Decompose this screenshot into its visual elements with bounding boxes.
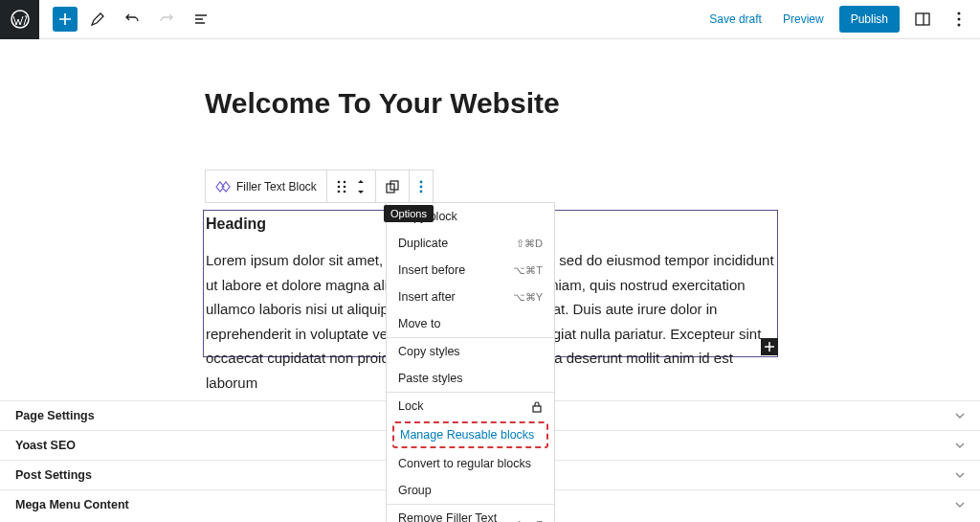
menu-label: Remove Filler Text Block xyxy=(398,511,515,522)
panel-title: Post Settings xyxy=(15,468,92,482)
menu-convert[interactable]: Convert to regular blocks xyxy=(387,450,554,477)
menu-label: Insert after xyxy=(398,290,456,304)
post-title[interactable]: Welcome To Your Website xyxy=(205,87,980,120)
copy-icon xyxy=(386,180,399,193)
svg-point-9 xyxy=(344,185,346,188)
editor-canvas: Welcome To Your Website Filler Text Bloc… xyxy=(0,39,980,120)
svg-point-5 xyxy=(958,24,961,27)
svg-rect-1 xyxy=(916,13,929,25)
svg-point-15 xyxy=(419,185,422,188)
chevron-down-icon xyxy=(955,413,965,419)
drag-handle-icon[interactable] xyxy=(337,180,346,193)
menu-label: Lock xyxy=(398,399,423,413)
block-copy-button[interactable] xyxy=(376,170,410,202)
block-options-button[interactable] xyxy=(410,170,433,202)
menu-duplicate[interactable]: Duplicate⇧⌘D xyxy=(387,230,554,257)
chevron-down-icon xyxy=(955,502,965,508)
menu-copy-styles[interactable]: Copy styles xyxy=(387,338,554,365)
lock-icon xyxy=(531,400,543,413)
menu-lock[interactable]: Lock xyxy=(387,393,554,420)
editor-topbar: Save draft Preview Publish xyxy=(0,0,980,39)
menu-label: Paste styles xyxy=(398,372,462,385)
block-heading[interactable]: Heading xyxy=(206,216,266,233)
svg-point-14 xyxy=(419,180,422,183)
block-options-menu: Copy block Duplicate⇧⌘D Insert before⌥⌘T… xyxy=(386,202,555,522)
svg-point-4 xyxy=(958,18,961,21)
menu-label: Insert before xyxy=(398,263,465,277)
menu-manage-reusable[interactable]: Manage Reusable blocks xyxy=(392,421,548,448)
chevron-down-icon xyxy=(955,472,965,478)
more-vertical-icon xyxy=(419,180,423,193)
chevron-down-icon xyxy=(955,443,965,448)
add-block-button[interactable] xyxy=(53,7,78,32)
svg-point-11 xyxy=(344,190,346,193)
document-outline-icon[interactable] xyxy=(187,5,215,34)
svg-point-8 xyxy=(338,185,341,188)
menu-remove-block[interactable]: Remove Filler Text Block⌃⌥Z xyxy=(387,505,554,522)
menu-shortcut: ⌥⌘T xyxy=(513,264,543,277)
move-up-down-icon[interactable] xyxy=(356,179,366,194)
menu-label: Group xyxy=(398,484,432,497)
menu-paste-styles[interactable]: Paste styles xyxy=(387,365,554,392)
svg-point-7 xyxy=(344,180,346,183)
menu-label: Duplicate xyxy=(398,237,448,250)
publish-button[interactable]: Publish xyxy=(839,6,900,33)
svg-point-16 xyxy=(419,190,422,193)
menu-group[interactable]: Group xyxy=(387,477,554,504)
svg-rect-17 xyxy=(533,406,541,412)
block-icon xyxy=(215,179,231,194)
preview-button[interactable]: Preview xyxy=(777,9,830,30)
svg-point-10 xyxy=(338,190,341,193)
block-move-group xyxy=(327,170,376,202)
panel-title: Page Settings xyxy=(15,409,95,422)
menu-label: Manage Reusable blocks xyxy=(400,428,534,442)
toolbar-left xyxy=(39,5,215,34)
block-type-button[interactable]: Filler Text Block xyxy=(206,170,327,202)
menu-insert-before[interactable]: Insert before⌥⌘T xyxy=(387,257,554,284)
sidebar-toggle-icon[interactable] xyxy=(909,6,936,33)
panel-title: Yoast SEO xyxy=(15,439,76,452)
menu-shortcut: ⌃⌥Z xyxy=(515,519,543,523)
svg-point-6 xyxy=(338,180,341,183)
block-type-label: Filler Text Block xyxy=(236,180,317,193)
block-toolbar: Filler Text Block xyxy=(205,170,434,203)
svg-point-3 xyxy=(958,12,961,15)
more-options-icon[interactable] xyxy=(946,6,972,33)
wordpress-logo[interactable] xyxy=(0,0,39,39)
toolbar-right: Save draft Preview Publish xyxy=(703,6,980,33)
save-draft-button[interactable]: Save draft xyxy=(703,9,768,30)
menu-shortcut: ⌥⌘Y xyxy=(513,291,543,304)
inline-add-block-button[interactable] xyxy=(761,338,778,355)
panel-title: Mega Menu Content xyxy=(15,498,129,511)
menu-label: Copy styles xyxy=(398,345,460,358)
undo-icon[interactable] xyxy=(118,5,146,34)
menu-insert-after[interactable]: Insert after⌥⌘Y xyxy=(387,284,554,310)
redo-icon[interactable] xyxy=(152,5,181,34)
menu-shortcut: ⇧⌘D xyxy=(516,238,543,250)
menu-label: Convert to regular blocks xyxy=(398,457,531,470)
options-tooltip: Options xyxy=(384,205,434,222)
edit-mode-icon[interactable] xyxy=(83,5,112,34)
menu-label: Move to xyxy=(398,317,440,330)
menu-move-to[interactable]: Move to xyxy=(387,310,554,337)
